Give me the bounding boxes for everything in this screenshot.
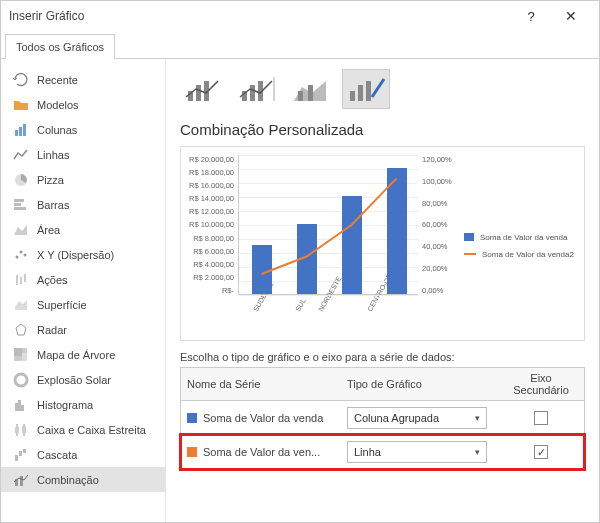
pie-chart-icon bbox=[13, 172, 29, 188]
col-chart-type: Tipo de Gráfico bbox=[341, 374, 501, 394]
sidebar-item-lines[interactable]: Linhas bbox=[1, 142, 165, 167]
close-button[interactable]: ✕ bbox=[551, 8, 591, 24]
thumb-custom-combo[interactable] bbox=[342, 69, 390, 109]
sunburst-icon bbox=[13, 372, 29, 388]
svg-rect-17 bbox=[22, 348, 27, 353]
svg-rect-42 bbox=[308, 85, 313, 101]
series-color-swatch bbox=[187, 447, 197, 457]
waterfall-icon bbox=[13, 447, 29, 463]
line-chart-icon bbox=[13, 147, 29, 163]
subtype-title: Combinação Personalizada bbox=[180, 121, 585, 138]
treemap-icon bbox=[13, 347, 29, 363]
insert-chart-dialog: Inserir Gráfico ? ✕ Todos os Gráficos Re… bbox=[0, 0, 600, 523]
sidebar-item-surface[interactable]: Superfície bbox=[1, 292, 165, 317]
sidebar-item-label: Linhas bbox=[37, 149, 69, 161]
series-type-select[interactable]: Coluna Agrupada▾ bbox=[347, 407, 487, 429]
svg-rect-37 bbox=[250, 85, 255, 101]
svg-rect-23 bbox=[21, 405, 24, 411]
combo-subtype-thumbs bbox=[180, 69, 585, 109]
sidebar-item-label: X Y (Dispersão) bbox=[37, 249, 114, 261]
sidebar-item-label: Barras bbox=[37, 199, 69, 211]
thumb-stacked-area-column[interactable] bbox=[288, 69, 336, 109]
tab-all-charts[interactable]: Todos os Gráficos bbox=[5, 34, 115, 59]
series-config-grid: Nome da Série Tipo de Gráfico Eixo Secun… bbox=[180, 367, 585, 470]
svg-rect-6 bbox=[14, 207, 26, 210]
histogram-icon bbox=[13, 397, 29, 413]
secondary-axis-checkbox[interactable] bbox=[534, 411, 548, 425]
sidebar-item-label: Ações bbox=[37, 274, 68, 286]
sidebar-item-label: Pizza bbox=[37, 174, 64, 186]
tab-strip: Todos os Gráficos bbox=[1, 31, 599, 59]
series-row: Soma de Valor da venda Coluna Agrupada▾ bbox=[181, 401, 584, 435]
help-button[interactable]: ? bbox=[511, 9, 551, 24]
svg-rect-43 bbox=[350, 91, 355, 101]
legend-swatch-bar bbox=[464, 233, 474, 241]
sidebar-item-waterfall[interactable]: Cascata bbox=[1, 442, 165, 467]
secondary-y-axis: 120,00%100,00%80,00%60,00%40,00%20,00%0,… bbox=[418, 155, 452, 295]
svg-rect-18 bbox=[22, 353, 27, 361]
sidebar-item-boxwhisker[interactable]: Caixa e Caixa Estreita bbox=[1, 417, 165, 442]
titlebar: Inserir Gráfico ? ✕ bbox=[1, 1, 599, 31]
chart-preview: R$ 20.000,00R$ 18.000,00R$ 16.000,00R$ 1… bbox=[180, 146, 585, 341]
svg-rect-21 bbox=[15, 403, 18, 411]
series-name-label: Soma de Valor da venda bbox=[203, 412, 323, 424]
secondary-axis-checkbox[interactable]: ✓ bbox=[534, 445, 548, 459]
svg-rect-19 bbox=[14, 356, 22, 361]
sidebar-item-sunburst[interactable]: Explosão Solar bbox=[1, 367, 165, 392]
sidebar-item-columns[interactable]: Colunas bbox=[1, 117, 165, 142]
chevron-down-icon: ▾ bbox=[475, 447, 480, 457]
svg-rect-4 bbox=[14, 199, 24, 202]
svg-point-20 bbox=[15, 374, 27, 386]
sidebar-item-label: Cascata bbox=[37, 449, 77, 461]
svg-rect-41 bbox=[298, 91, 303, 101]
bar-chart-icon bbox=[13, 197, 29, 213]
series-header-row: Nome da Série Tipo de Gráfico Eixo Secun… bbox=[181, 368, 584, 401]
sidebar-item-label: Colunas bbox=[37, 124, 77, 136]
recent-icon bbox=[13, 72, 29, 88]
sidebar-item-label: Superfície bbox=[37, 299, 87, 311]
sidebar-item-label: Recente bbox=[37, 74, 78, 86]
sidebar-item-pie[interactable]: Pizza bbox=[1, 167, 165, 192]
sidebar-item-combo[interactable]: Combinação bbox=[1, 467, 165, 492]
x-axis-labels: SUDESTE SUL NORDESTE CENTRO-OESTE bbox=[239, 295, 418, 302]
svg-marker-15 bbox=[16, 324, 26, 335]
svg-rect-0 bbox=[15, 130, 18, 136]
thumb-clustered-column-line[interactable] bbox=[180, 69, 228, 109]
sidebar-item-label: Mapa de Árvore bbox=[37, 349, 115, 361]
sidebar-item-recent[interactable]: Recente bbox=[1, 67, 165, 92]
svg-rect-25 bbox=[15, 427, 19, 433]
svg-rect-30 bbox=[23, 449, 26, 453]
sidebar-item-area[interactable]: Área bbox=[1, 217, 165, 242]
series-row: Soma de Valor da ven... Linha▾ ✓ bbox=[181, 435, 584, 469]
sidebar-item-radar[interactable]: Radar bbox=[1, 317, 165, 342]
sidebar-item-treemap[interactable]: Mapa de Árvore bbox=[1, 342, 165, 367]
chart-type-sidebar: Recente Modelos Colunas Linhas Pizza Bar… bbox=[1, 59, 166, 522]
box-whisker-icon bbox=[13, 422, 29, 438]
radar-chart-icon bbox=[13, 322, 29, 338]
svg-rect-2 bbox=[23, 124, 26, 136]
sidebar-item-label: Modelos bbox=[37, 99, 79, 111]
series-type-select[interactable]: Linha▾ bbox=[347, 441, 487, 463]
sidebar-item-templates[interactable]: Modelos bbox=[1, 92, 165, 117]
column-chart-icon bbox=[13, 122, 29, 138]
main-panel: Combinação Personalizada R$ 20.000,00R$ … bbox=[166, 59, 599, 522]
svg-marker-7 bbox=[14, 225, 27, 235]
svg-rect-22 bbox=[18, 400, 21, 411]
chart-legend: Soma de Valor da venda Soma de Valor da … bbox=[456, 155, 576, 336]
thumb-clustered-column-line-secondary[interactable] bbox=[234, 69, 282, 109]
svg-rect-45 bbox=[366, 81, 371, 101]
svg-point-9 bbox=[20, 250, 23, 253]
svg-rect-44 bbox=[358, 85, 363, 101]
folder-icon bbox=[13, 97, 29, 113]
sidebar-item-histogram[interactable]: Histograma bbox=[1, 392, 165, 417]
svg-marker-14 bbox=[15, 300, 27, 310]
sidebar-item-stock[interactable]: Ações bbox=[1, 267, 165, 292]
sidebar-item-label: Histograma bbox=[37, 399, 93, 411]
svg-rect-32 bbox=[20, 476, 23, 486]
sidebar-item-bars[interactable]: Barras bbox=[1, 192, 165, 217]
svg-rect-16 bbox=[14, 348, 22, 356]
scatter-chart-icon bbox=[13, 247, 29, 263]
col-secondary-axis: Eixo Secundário bbox=[501, 368, 581, 400]
sidebar-item-scatter[interactable]: X Y (Dispersão) bbox=[1, 242, 165, 267]
series-instruction: Escolha o tipo de gráfico e o eixo para … bbox=[180, 351, 585, 363]
